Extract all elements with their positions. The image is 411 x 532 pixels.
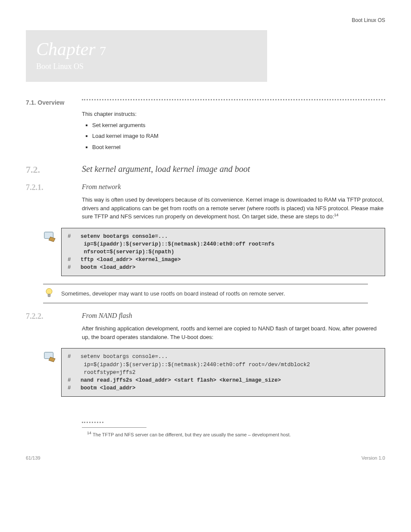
overview-intro: This chapter instructs: — [82, 110, 385, 118]
subsection-number: 7.2.1. — [26, 183, 82, 192]
chapter-title-box: Chapter 7 Boot Linux OS — [26, 30, 267, 82]
code-content: # setenv bootargs console=... ip=$(ipadd… — [61, 348, 385, 397]
terminal-icon — [43, 350, 59, 364]
section-7-2-2-body: After finishing application development,… — [26, 324, 385, 341]
section-7-2: 7.2. Set kernel argument, load kernel im… — [26, 164, 385, 175]
subsection-number: 7.2.2. — [26, 312, 82, 321]
section-7-2-2: 7.2.2. From NAND flash — [26, 312, 385, 321]
footer-page: 61/139 — [26, 455, 40, 460]
running-header: Boot Linux OS — [352, 17, 385, 23]
tip-block: Sometimes, developer may want to use roo… — [43, 284, 368, 303]
section-7-2-1: 7.2.1. From network — [26, 183, 385, 192]
footnote-rule — [82, 427, 146, 428]
overview-list: Set kernel arguments Load kernel image t… — [86, 121, 385, 152]
code-block-nand: # setenv bootargs console=... ip=$(ipadd… — [43, 348, 385, 397]
subsection-title: From NAND flash — [82, 312, 132, 320]
chapter-subtitle: Boot Linux OS — [36, 62, 257, 71]
paragraph: This way is often used by developers bec… — [82, 196, 385, 221]
footnote-text: 14 The TFTP and NFS server can be differ… — [82, 430, 385, 438]
section-label: 7.1. Overview — [26, 99, 82, 106]
code-content: # setenv bootargs console=... ip=$(ipadd… — [61, 228, 385, 277]
dotted-separator — [82, 99, 385, 100]
section-title: Set kernel argument, load kernel image a… — [82, 164, 250, 174]
lightbulb-icon — [43, 287, 59, 300]
chapter-number: 7 — [100, 44, 106, 58]
svg-point-2 — [46, 289, 52, 295]
chapter-label: Chapter — [36, 39, 96, 59]
footnote-block: 14 The TFTP and NFS server can be differ… — [26, 404, 385, 438]
paragraph: After finishing application development,… — [82, 324, 385, 341]
tip-text: Sometimes, developer may want to use roo… — [59, 290, 368, 297]
section-7-1: 7.1. Overview This chapter instructs: Se… — [26, 99, 385, 154]
dotted-separator-short — [82, 422, 103, 423]
list-item: Boot kernel — [92, 143, 385, 152]
footer-version: Version 1.0 — [361, 455, 385, 460]
section-number: 7.2. — [26, 164, 82, 175]
svg-rect-3 — [48, 294, 50, 297]
subsection-title: From network — [82, 183, 121, 191]
page-footer: 61/139 Version 1.0 — [26, 455, 385, 460]
list-item: Load kernel image to RAM — [92, 132, 385, 140]
list-item: Set kernel arguments — [92, 121, 385, 130]
page-root: Boot Linux OS Chapter 7 Boot Linux OS 7.… — [0, 0, 411, 478]
section-7-2-1-body: This way is often used by developers bec… — [26, 196, 385, 221]
code-block-network: # setenv bootargs console=... ip=$(ipadd… — [43, 228, 385, 277]
terminal-icon — [43, 230, 59, 244]
